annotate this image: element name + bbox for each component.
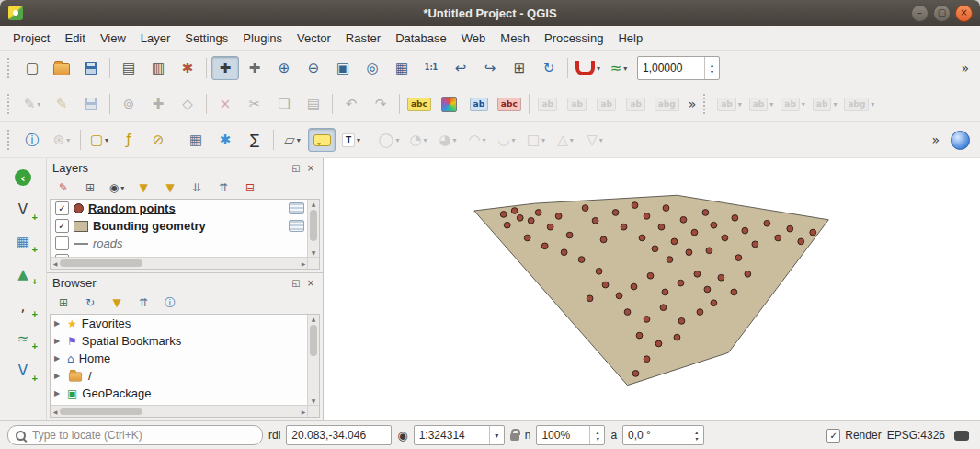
- random-point-feature[interactable]: [517, 215, 523, 222]
- random-point-feature[interactable]: [775, 235, 781, 241]
- random-point-feature[interactable]: [632, 371, 639, 377]
- menu-processing[interactable]: Processing: [537, 29, 610, 48]
- browser-item-root[interactable]: ▶/: [51, 367, 308, 385]
- menu-settings[interactable]: Settings: [177, 29, 235, 48]
- coordinate-input[interactable]: 20.083,-34.046: [286, 425, 392, 445]
- browser-item-home[interactable]: ▶⌂Home: [51, 350, 308, 367]
- random-point-feature[interactable]: [662, 289, 668, 295]
- toolbar-overflow-button[interactable]: »: [683, 95, 702, 113]
- panel-close-button[interactable]: ×: [304, 276, 317, 289]
- random-point-feature[interactable]: [644, 356, 650, 363]
- scrollbar-thumb[interactable]: [60, 408, 142, 415]
- vertical-scrollbar[interactable]: ▲ ▼: [307, 315, 319, 406]
- menu-mesh[interactable]: Mesh: [493, 29, 537, 48]
- random-point-feature[interactable]: [658, 224, 665, 230]
- minimize-button[interactable]: –: [911, 5, 929, 22]
- spin-stepper[interactable]: ▴▾: [704, 57, 719, 79]
- toolbar-overflow-button[interactable]: »: [955, 59, 974, 77]
- expand-all-button[interactable]: ⇊: [185, 178, 209, 198]
- toggle-editing-button[interactable]: ✎: [48, 92, 75, 116]
- random-point-feature[interactable]: [636, 332, 643, 339]
- bounding-geometry-feature[interactable]: [474, 195, 828, 385]
- random-point-feature[interactable]: [644, 213, 650, 220]
- zoom-to-selection-button[interactable]: ◎: [359, 56, 386, 80]
- random-point-feature[interactable]: [732, 215, 738, 222]
- delete-selected-button[interactable]: ×: [211, 92, 239, 116]
- random-point-feature[interactable]: [702, 210, 709, 216]
- random-point-feature[interactable]: [578, 257, 585, 263]
- random-point-feature[interactable]: [674, 334, 680, 340]
- browser-item-spatial-bookmarks[interactable]: ▶⚑Spatial Bookmarks: [51, 332, 308, 350]
- draw-arc-button[interactable]: ◠▾: [463, 128, 491, 152]
- cut-features-button[interactable]: ✂: [241, 92, 268, 116]
- menu-raster[interactable]: Raster: [338, 29, 388, 48]
- random-point-feature[interactable]: [745, 271, 751, 277]
- random-point-feature[interactable]: [704, 286, 711, 293]
- random-point-feature[interactable]: [718, 274, 724, 281]
- label-show-dropdown-button[interactable]: ab▾: [746, 92, 777, 116]
- scrollbar-thumb[interactable]: [310, 325, 317, 356]
- redo-button[interactable]: ↷: [367, 92, 394, 116]
- random-point-feature[interactable]: [752, 241, 758, 248]
- current-edits-button[interactable]: ✎▾: [18, 92, 46, 116]
- layer-row[interactable]: roads: [51, 235, 308, 252]
- filter-browser-button[interactable]: ▼: [105, 293, 129, 313]
- random-point-feature[interactable]: [711, 222, 717, 228]
- chevron-down-icon[interactable]: ▾: [489, 426, 504, 444]
- toolbar-drag-handle[interactable]: [703, 94, 709, 114]
- menu-project[interactable]: Project: [6, 29, 57, 48]
- run-feature-action-button[interactable]: ⊛▾: [48, 128, 75, 152]
- show-hide-labels-button[interactable]: ab: [564, 92, 591, 116]
- highlight-pinned-labels-button[interactable]: abc: [495, 92, 524, 116]
- draw-circle-center-button[interactable]: ◕▾: [434, 128, 462, 152]
- move-feature-button[interactable]: ✚: [144, 92, 172, 116]
- random-point-feature[interactable]: [547, 224, 553, 230]
- layer-labeling-button[interactable]: abc: [405, 92, 434, 116]
- random-point-feature[interactable]: [655, 340, 662, 347]
- close-button[interactable]: ×: [955, 5, 973, 22]
- add-vector-layer-button[interactable]: V+: [9, 198, 37, 222]
- processing-toolbox-button[interactable]: ✱: [211, 128, 239, 152]
- random-point-feature[interactable]: [500, 212, 507, 218]
- rotate-label-button[interactable]: ab: [622, 92, 650, 116]
- menu-database[interactable]: Database: [388, 29, 454, 48]
- random-point-feature[interactable]: [600, 236, 607, 243]
- open-project-button[interactable]: [48, 56, 75, 80]
- random-point-feature[interactable]: [798, 238, 804, 245]
- menu-help[interactable]: Help: [610, 29, 650, 48]
- expand-chevron-icon[interactable]: ▶: [54, 389, 63, 397]
- pan-map-to-selection-button[interactable]: ✚: [241, 56, 268, 80]
- add-virtual-layer-button[interactable]: V+: [9, 359, 37, 383]
- save-project-button[interactable]: [77, 56, 105, 80]
- random-point-feature[interactable]: [596, 269, 602, 275]
- draw-ellipse-button[interactable]: ◡▾: [493, 128, 520, 152]
- add-postgis-layer-button[interactable]: ≈+: [9, 327, 37, 351]
- random-point-feature[interactable]: [511, 208, 518, 214]
- random-point-feature[interactable]: [612, 210, 619, 216]
- vertical-scrollbar[interactable]: ▲ ▼: [307, 200, 319, 258]
- layer-visibility-checkbox[interactable]: [55, 236, 69, 250]
- map-tips-button[interactable]: [308, 128, 336, 152]
- text-annotation-button[interactable]: T▾: [337, 128, 365, 152]
- random-point-feature[interactable]: [764, 220, 770, 226]
- random-point-feature[interactable]: [566, 232, 573, 238]
- random-point-feature[interactable]: [663, 205, 669, 212]
- messages-icon[interactable]: [954, 431, 969, 441]
- random-point-feature[interactable]: [810, 229, 816, 236]
- extents-icon[interactable]: ◉: [397, 429, 407, 443]
- random-point-feature[interactable]: [667, 257, 673, 263]
- spin-stepper[interactable]: ▴▾: [689, 426, 703, 444]
- zoom-to-layer-button[interactable]: ▦: [388, 56, 416, 80]
- draw-rectangle-button[interactable]: □▾: [522, 128, 550, 152]
- draw-circle-3points-button[interactable]: ◔▾: [405, 128, 432, 152]
- panel-float-button[interactable]: ◱: [290, 276, 302, 289]
- filter-legend-button[interactable]: ▼: [131, 178, 155, 198]
- statistical-summary-button[interactable]: ∑: [241, 128, 268, 152]
- menu-web[interactable]: Web: [454, 29, 494, 48]
- label-move-dropdown-button[interactable]: ab▾: [778, 92, 808, 116]
- menu-edit[interactable]: Edit: [57, 29, 92, 48]
- spin-down-icon[interactable]: ▾: [596, 435, 598, 442]
- add-raster-layer-button[interactable]: ▦+: [9, 230, 37, 254]
- random-point-feature[interactable]: [639, 235, 645, 241]
- zoom-next-button[interactable]: ↪: [476, 56, 504, 80]
